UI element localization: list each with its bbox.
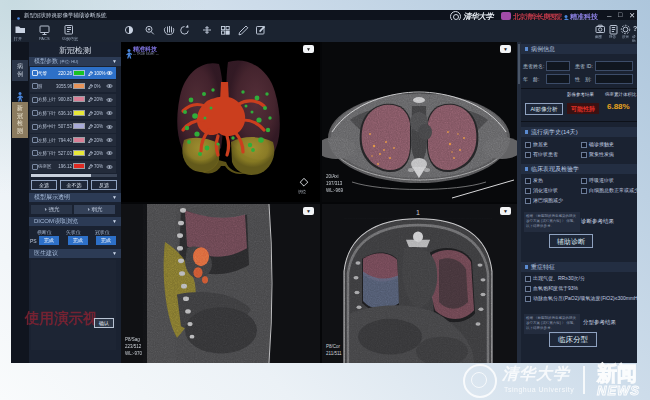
svg-text:1: 1 <box>416 208 420 216</box>
